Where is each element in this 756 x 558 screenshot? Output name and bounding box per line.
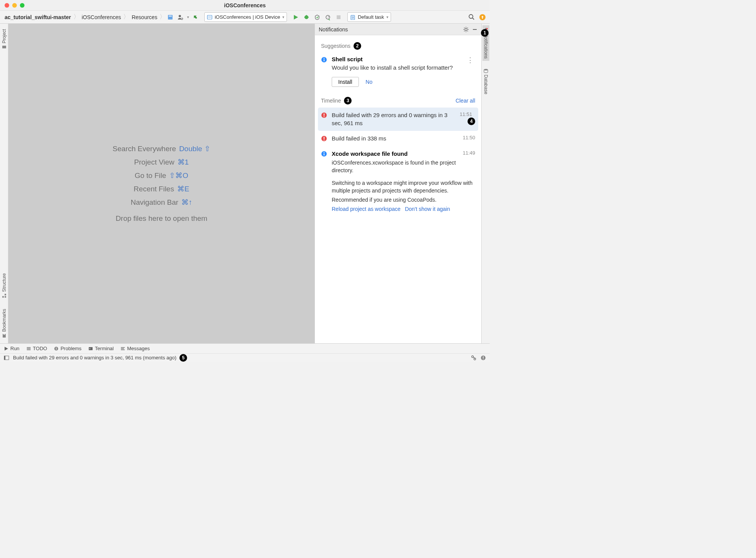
vcs-user-icon[interactable] — [176, 13, 185, 21]
error-icon — [321, 111, 328, 127]
svg-line-26 — [468, 31, 468, 31]
suggestions-label: Suggestions — [321, 43, 350, 49]
breadcrumb-item[interactable]: iOSConferences — [80, 13, 123, 21]
close-window-button[interactable] — [5, 3, 9, 8]
gear-icon[interactable] — [463, 26, 469, 33]
reload-workspace-link[interactable]: Reload project as workspace — [332, 206, 401, 212]
timeline-time: 11:50 — [463, 135, 475, 140]
debug-button[interactable] — [302, 13, 311, 21]
suggestion-title: Shell script — [332, 56, 461, 62]
messages-tool-tab[interactable]: Messages — [121, 346, 150, 351]
chevron-right-icon: 〉 — [123, 13, 129, 21]
chevron-down-icon: ▾ — [386, 15, 388, 19]
svg-rect-0 — [168, 15, 173, 20]
svg-rect-4 — [208, 16, 211, 18]
file-icon[interactable] — [167, 14, 173, 20]
minimize-panel-icon[interactable] — [472, 27, 477, 32]
svg-rect-16 — [2, 46, 6, 48]
chevron-down-icon[interactable]: ▾ — [187, 15, 189, 19]
folder-icon — [2, 45, 7, 49]
svg-rect-48 — [56, 348, 56, 349]
no-link[interactable]: No — [366, 79, 373, 85]
status-bar: Build failed with 29 errors and 0 warnin… — [0, 353, 490, 362]
clear-all-link[interactable]: Clear all — [456, 98, 475, 104]
structure-icon — [2, 294, 7, 298]
task-label: Default task — [358, 14, 384, 20]
notifications-header: Notifications — [315, 24, 481, 35]
timeline-item[interactable]: Build failed in 338 ms 11:50 — [315, 131, 481, 146]
timeline-label: Timeline — [321, 98, 341, 104]
maximize-window-button[interactable] — [20, 3, 24, 8]
svg-line-14 — [472, 18, 474, 20]
svg-rect-1 — [169, 16, 172, 16]
svg-point-43 — [484, 69, 488, 70]
chevron-right-icon: 〉 — [160, 13, 166, 21]
bottom-tool-stripe: Run TODO Problems Terminal Messages — [0, 343, 490, 353]
structure-tab-label: Structure — [2, 273, 7, 292]
svg-line-25 — [464, 28, 465, 28]
editor-hint: Search Everywhere Double ⇧ — [112, 144, 210, 153]
suggestion-text: Would you like to install a shell script… — [332, 64, 461, 72]
breadcrumb-root[interactable]: ac_tutorial_swiftui-master — [3, 13, 73, 21]
timeline-body-line: Recommended if you are using CocoaPods. — [332, 196, 475, 204]
vcs-status-icon[interactable] — [471, 355, 477, 361]
structure-tool-tab[interactable]: Structure — [1, 271, 8, 300]
terminal-tool-tab[interactable]: Terminal — [88, 346, 114, 351]
project-tool-tab[interactable]: Project — [1, 27, 8, 52]
annotation-badge-2: 2 — [354, 42, 361, 50]
list-icon — [26, 346, 31, 351]
run-button[interactable] — [292, 13, 300, 21]
window-titlebar: iOSConferences — [0, 0, 490, 11]
stop-button[interactable] — [334, 13, 343, 21]
editor-hint: Project View ⌘1 — [134, 158, 189, 166]
ide-status-icon[interactable] — [481, 355, 486, 361]
notifications-tab-label: Notifications — [483, 34, 489, 59]
chevron-down-icon: ▾ — [282, 15, 284, 19]
annotation-badge-1: 1 — [481, 29, 489, 37]
minimize-window-button[interactable] — [12, 3, 17, 8]
more-options-icon[interactable]: ⋮ — [465, 56, 475, 87]
svg-rect-55 — [4, 356, 5, 360]
editor-hint: Go to File ⇧⌘O — [135, 171, 188, 180]
search-icon[interactable] — [468, 13, 476, 21]
dont-show-link[interactable]: Don't show it again — [405, 206, 450, 212]
install-button[interactable]: Install — [332, 77, 359, 87]
svg-line-28 — [464, 31, 465, 31]
timeline-item[interactable]: Build failed with 29 errors and 0 warnin… — [318, 108, 478, 131]
update-available-icon[interactable] — [478, 13, 487, 21]
todo-tool-tab[interactable]: TODO — [26, 346, 47, 351]
bookmarks-tool-tab[interactable]: Bookmarks — [1, 307, 8, 340]
timeline-heading: Timeline 3 Clear all — [315, 94, 481, 108]
info-icon — [321, 150, 328, 212]
editor-empty-state[interactable]: Search Everywhere Double ⇧ Project View … — [8, 24, 314, 343]
svg-rect-18 — [2, 296, 4, 298]
database-tool-tab[interactable]: Database — [482, 66, 489, 96]
editor-drop-hint: Drop files here to open them — [116, 214, 207, 223]
timeline-item[interactable]: Xcode workspace file found iOSConference… — [315, 146, 481, 216]
svg-point-35 — [324, 116, 324, 117]
svg-rect-29 — [473, 29, 477, 30]
profile-run-button[interactable] — [324, 13, 332, 21]
warning-icon — [54, 346, 59, 351]
task-select[interactable]: ? Default task ▾ — [347, 12, 391, 22]
svg-point-38 — [324, 140, 324, 140]
error-icon — [321, 135, 328, 142]
timeline-body-line: iOSConferences.xcworkspace is found in t… — [332, 159, 475, 174]
tool-windows-toggle-icon[interactable] — [4, 355, 9, 361]
notifications-title: Notifications — [319, 26, 460, 33]
task-icon: ? — [350, 15, 355, 20]
problems-tool-tab[interactable]: Problems — [54, 346, 81, 351]
window-title: iOSConferences — [224, 2, 266, 8]
timeline-title: Build failed in 338 ms — [332, 135, 475, 142]
run-tool-tab[interactable]: Run — [4, 346, 20, 351]
breadcrumb: ac_tutorial_swiftui-master 〉 iOSConferen… — [3, 13, 174, 21]
breadcrumb-item[interactable]: Resources — [130, 13, 159, 21]
editor-hint: Navigation Bar ⌘↑ — [130, 198, 192, 207]
timeline-body-line: Switching to a workspace might improve y… — [332, 179, 475, 194]
notifications-panel: Notifications Suggestions 2 Shell script… — [314, 24, 481, 343]
annotation-badge-5: 5 — [179, 354, 187, 362]
database-tab-label: Database — [483, 75, 489, 94]
back-arrow-icon[interactable] — [191, 13, 200, 21]
run-configuration-select[interactable]: iOSConferences | iOS Device ▾ — [204, 12, 287, 22]
coverage-run-button[interactable] — [313, 13, 321, 21]
